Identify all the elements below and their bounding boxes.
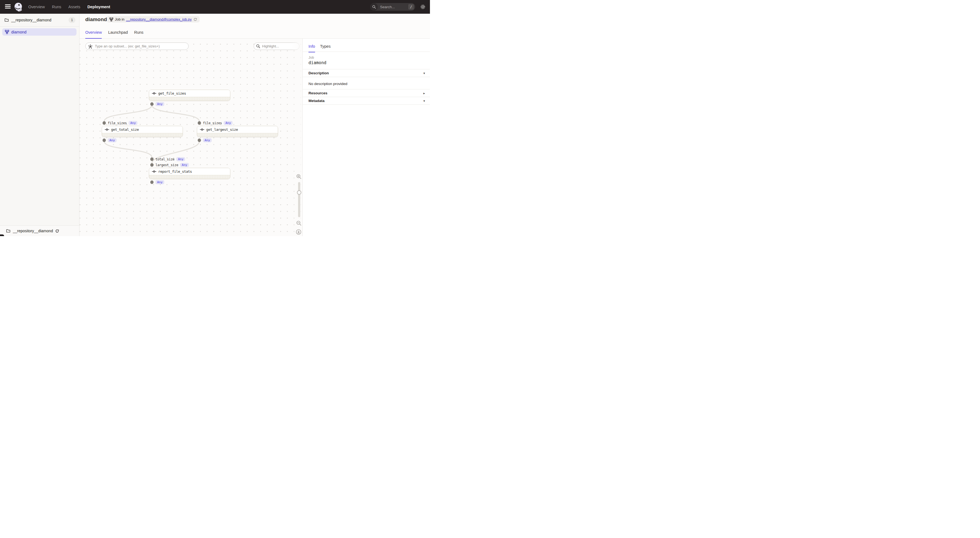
op-selector-icon [88,44,93,49]
op-node-get_largest_size[interactable]: get_largest_size [197,126,278,137]
zoom-slider-track[interactable] [298,182,300,217]
op-name: get_total_size [111,127,139,132]
dag-edges [80,39,302,236]
section-description[interactable]: Description ▾ [303,69,430,77]
type-badge-any[interactable]: Any [203,138,212,142]
reload-job-icon[interactable] [193,18,197,21]
nav-links: Overview Runs Assets Deployment [28,0,110,14]
op-icon [105,128,109,131]
repo-header[interactable]: __repository__diamond 1 [0,14,79,27]
search-placeholder: Search... [380,5,408,9]
tab-launchpad[interactable]: Launchpad [108,30,128,39]
chevron-down-icon: ▾ [423,71,425,75]
toast-corner [0,234,4,236]
input-file_sizes-right: file_sizes Any [198,121,232,125]
tab-info[interactable]: Info [309,44,315,53]
op-body [149,175,230,179]
type-badge-any[interactable]: Any [108,138,116,142]
op-name: get_largest_size [206,127,238,132]
dagster-app: Overview Runs Assets Deployment Search..… [0,0,430,236]
input-name: file_sizes [108,121,127,125]
input-file_sizes-left: file_sizes Any [103,121,137,125]
output-get_total_size: Any [103,138,116,142]
type-badge-any[interactable]: Any [180,163,189,167]
input-name: largest_size [156,163,178,167]
nav-overview[interactable]: Overview [28,5,45,9]
job-breadcrumb-pill: Job in __repository__diamond@complex_job… [107,16,200,22]
job-graph-icon [110,18,113,21]
tab-overview[interactable]: Overview [85,30,102,39]
op-icon [152,170,156,173]
chevron-right-icon: ▸ [423,91,425,95]
op-body [102,133,183,137]
reload-repo-icon[interactable] [55,229,59,233]
zoom-in-icon[interactable] [296,173,302,180]
input-name: file_sizes [203,121,222,125]
nav-assets[interactable]: Assets [68,5,80,9]
output-get_largest_size: Any [198,138,212,142]
output-port [103,138,106,142]
input-total_size: total_size Any [150,157,185,161]
tab-runs[interactable]: Runs [134,30,143,39]
output-port [198,138,201,142]
search-shortcut-key: / [408,4,414,10]
dagster-logo-icon[interactable] [13,2,23,12]
menu-icon[interactable] [5,5,11,10]
input-name: total_size [156,158,174,161]
op-name: report_file_stats [158,169,192,173]
op-subset-input[interactable] [85,43,189,50]
op-body [149,97,230,100]
op-node-get_total_size[interactable]: get_total_size [102,126,183,137]
output-get_file_sizes: Any [150,102,164,106]
input-port [198,121,201,125]
type-badge-any[interactable]: Any [224,121,232,125]
dag-canvas[interactable]: get_file_sizes Any file_sizes Any get_to… [80,39,302,236]
input-largest_size: largest_size Any [150,163,189,167]
tab-types[interactable]: Types [320,44,331,53]
type-badge-any[interactable]: Any [129,121,137,125]
job-tabs: Overview Launchpad Runs [85,30,143,39]
zoom-out-icon[interactable] [296,220,302,226]
sidebar: __repository__diamond 1 diamond __reposi… [0,14,80,236]
output-report_file_stats: Any [150,180,164,184]
nav-deployment[interactable]: Deployment [88,5,110,9]
chevron-down-icon: ▾ [423,99,425,103]
description-body: No description provided [309,82,347,86]
job-repo-link[interactable]: __repository__diamond@complex_job.py [126,17,192,21]
output-port [150,180,154,184]
settings-gear-icon[interactable] [420,4,426,10]
footer-repo-name: __repository__diamond [13,229,53,233]
download-dag-icon[interactable] [296,229,302,235]
section-resources[interactable]: Resources ▸ [303,89,430,97]
job-breadcrumb-prefix: Job in [115,17,124,21]
sidebar-item-diamond[interactable]: diamond [2,28,76,36]
op-icon [200,128,204,131]
nav-runs[interactable]: Runs [52,5,61,9]
sidebar-footer: __repository__diamond [0,225,79,236]
page-title: diamond [85,16,107,22]
output-port [150,102,154,106]
job-header: diamond Job in __repository__diamond@com… [80,14,430,39]
job-field-label: Job [309,56,314,59]
zoom-slider-handle[interactable] [297,190,301,195]
highlight-search-icon [256,44,260,48]
folder-icon [6,229,10,233]
op-node-get_file_sizes[interactable]: get_file_sizes [149,90,230,101]
global-search-input[interactable]: Search... / [370,3,415,11]
panel-tab-divider [303,51,430,52]
repo-count-badge: 1 [68,17,75,23]
highlight-input[interactable] [254,43,299,50]
type-badge-any[interactable]: Any [156,102,164,106]
type-badge-any[interactable]: Any [156,180,164,184]
info-panel: Info Types Job diamond Description ▾ No … [302,39,430,236]
type-badge-any[interactable]: Any [176,157,185,161]
op-node-report_file_stats[interactable]: report_file_stats [149,168,230,179]
sidebar-item-label: diamond [11,30,27,34]
op-name: get_file_sizes [158,91,186,96]
input-port [103,121,106,125]
top-nav: Overview Runs Assets Deployment Search..… [0,0,430,14]
input-port [150,163,154,167]
section-metadata[interactable]: Metadata ▾ [303,97,430,105]
repo-name: __repository__diamond [11,18,68,22]
op-icon [152,92,156,95]
